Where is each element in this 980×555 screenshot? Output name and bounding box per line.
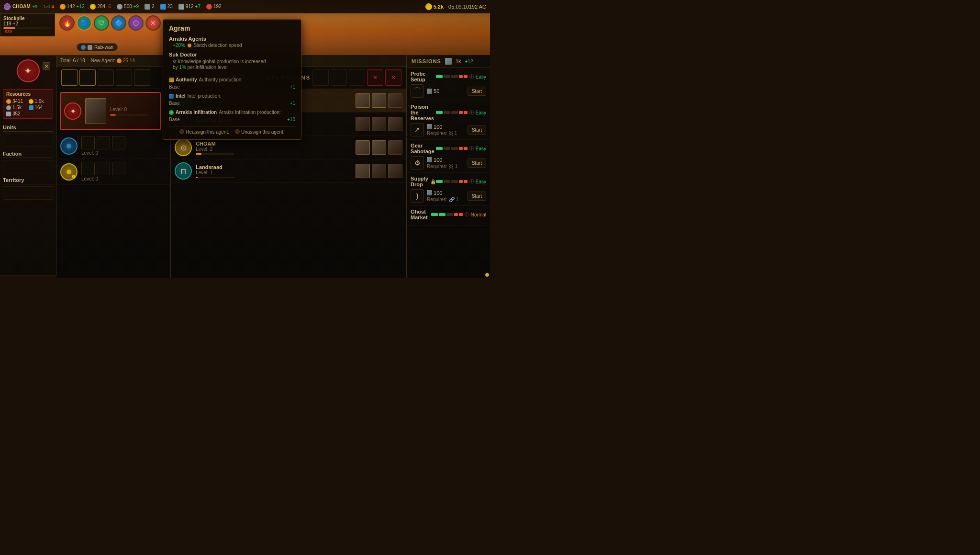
choam-icon: ⊙ [175, 139, 192, 156]
poison-start-btn[interactable]: Start [468, 125, 486, 135]
infiltr-base-val: +10 [287, 117, 295, 122]
resources-grid: 3411 1.6k 1.5k 164 352 [6, 99, 50, 116]
auth-base-label: Base [169, 84, 180, 90]
choam-name: CHOAM [196, 141, 352, 147]
unassign-action[interactable]: Unassign this agent. [235, 129, 285, 135]
cost-icon-supply [427, 190, 432, 195]
choam-xp-bar [196, 153, 234, 155]
tooltip-section2: Suk Doctor ⚙ Knowledge global production… [169, 52, 295, 70]
agent-level-info: Level: 0 [110, 107, 148, 116]
action-btn-fire[interactable]: 🔥 [59, 15, 75, 31]
info-icon: ⓘ [469, 74, 474, 80]
tooltip-divider1 [169, 74, 295, 74]
agent-slots-row [56, 67, 170, 89]
supply-start-btn[interactable]: Start [468, 192, 486, 201]
gear-requires: Requires: ⛓ 1 [427, 164, 457, 169]
ops-slot-ops-1[interactable] [312, 69, 329, 86]
landsraad-portrait-1 [356, 164, 370, 178]
guild-portrait-3 [388, 117, 402, 131]
res-troops-icon [6, 105, 11, 110]
faction-slots-gold [81, 162, 125, 175]
spice-dot [188, 44, 191, 47]
close-button[interactable]: ✕ [43, 62, 50, 70]
agent-slot-5[interactable] [134, 69, 150, 86]
poison-name: Poison the Reserves [411, 104, 436, 121]
agent-slot-3[interactable] [98, 69, 114, 86]
res-spice-icon [6, 99, 11, 104]
top-bar: CHOAM +9 1>1.4 142 +12 284 -6 500 +9 2 2… [0, 0, 490, 13]
res-stone-icon [6, 112, 11, 116]
ops-slot-ops-3[interactable] [349, 69, 365, 86]
left-panel: ✦ ✕ Resources 3411 1.6k 1.5k 164 [0, 55, 56, 275]
faction-slot-2[interactable] [97, 136, 110, 149]
probe-setup-icon: ⌒ [411, 84, 424, 98]
res-troops-val: 1.5k [12, 105, 22, 110]
res-spice-val: 3411 [12, 99, 23, 104]
agent-slot-2[interactable] [79, 69, 96, 86]
diff-seg-2 [444, 75, 450, 78]
landsraad-info: Landsraad Level: 1 [196, 164, 352, 178]
infiltr-prod-header: Arrakis Infiltration Arrakis Infiltratio… [169, 110, 295, 115]
landsraad-level: Level: 1 [196, 170, 352, 175]
choam-xp-fill [196, 153, 201, 155]
faction-group-blue[interactable]: i Level: 0 [56, 133, 170, 159]
time-display: 05.09.10192 AC [448, 4, 486, 10]
auth-bold: Authority [176, 77, 197, 82]
map-marker: Rab-wan [77, 43, 118, 51]
ghost-header: Ghost Market ⓘ Normal [411, 209, 486, 220]
agent-symbol: ✦ [64, 102, 81, 120]
action-btn-spy[interactable]: 🔵 [77, 15, 92, 31]
faction-group-gold[interactable]: i Level: 0 [56, 159, 170, 185]
action-btn-combat[interactable]: ✕ [145, 15, 161, 31]
poison-difficulty-bar [436, 111, 468, 114]
ops-slot-x1[interactable]: ✕ [367, 69, 383, 86]
intel-base-label: Base [169, 101, 180, 106]
faction-slot-1[interactable] [81, 136, 95, 149]
faction-gem [4, 3, 11, 10]
faction-slot-gold-2[interactable] [97, 162, 110, 175]
action-btn-shield[interactable]: 🛡 [94, 15, 109, 31]
guild-portrait-1 [356, 117, 370, 131]
gear-start-btn[interactable]: Start [468, 159, 486, 168]
faction-row-landsraad[interactable]: ⊓ Landsraad Level: 1 [171, 159, 406, 183]
intel-base-val: +1 [290, 101, 295, 106]
landsraad-xp-bar [196, 177, 234, 178]
tooltip-divider2 [169, 126, 295, 126]
probe-setup-start-btn[interactable]: Start [468, 87, 486, 96]
marker-label: Rab-wan [94, 45, 113, 50]
stockpile-fill [3, 27, 15, 29]
mission-probe-setup: Probe Setup ⓘ Easy ⌒ 50 [407, 68, 490, 101]
guild-portrait-2 [372, 117, 386, 131]
poison-icon: ↗ [411, 123, 424, 136]
choam-level: Level: 2 [196, 147, 352, 152]
res-solari-icon [29, 99, 33, 104]
agent-slot-1[interactable] [61, 69, 78, 86]
poison-body: ↗ 100 Requires: ⛓ 1 Start [411, 123, 486, 136]
resource-spice: 142 +12 [60, 4, 85, 10]
tooltip-auth-section: Authority Authority production: Base +1 [169, 77, 295, 90]
choam-plus: +9 [33, 4, 37, 9]
res-stone-val: 352 [12, 111, 21, 116]
action-btn-intel[interactable]: 🔷 [111, 15, 126, 31]
gear-difficulty: ⓘ Easy [436, 146, 486, 152]
action-btn-ops[interactable]: ⬡ [128, 15, 144, 31]
supply-header: Supply Drop 🔒 ⓘ Easy [411, 176, 486, 187]
faction-slots [81, 136, 125, 149]
building-icon [178, 4, 184, 10]
authority-icon [425, 3, 432, 10]
faction-slot-gold-1[interactable] [81, 162, 95, 175]
info-icon-gear: ⓘ [469, 146, 474, 152]
infiltr-base-row: Base +10 [169, 117, 295, 122]
faction-slot-gold-3[interactable] [112, 162, 125, 175]
reassign-action[interactable]: Reassign this agent. [179, 129, 229, 135]
tooltip-footer: Reassign this agent. Unassign this agent… [169, 129, 295, 135]
agent-slot-4[interactable] [116, 69, 132, 86]
faction-slot-3[interactable] [112, 136, 125, 149]
ops-slot-x2[interactable]: ✕ [385, 69, 401, 86]
tooltip-section1: Arrakis Agents +20% Sietch detection spe… [169, 36, 295, 48]
cost-icon-probe [427, 89, 432, 94]
stockpile-info: Stockpile 119 +2 -539 [0, 13, 55, 36]
ops-slot-ops-2[interactable] [331, 69, 347, 86]
arrakis-portraits [356, 93, 402, 108]
mission-gear: Gear Sabotage ⓘ Easy ⚙ [407, 140, 490, 173]
